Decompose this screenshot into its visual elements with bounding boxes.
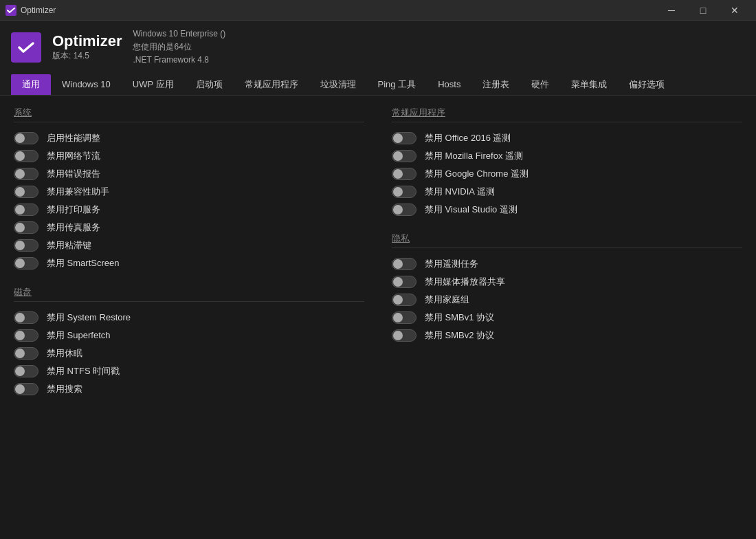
nav-tab-8[interactable]: 注册表 — [471, 74, 520, 95]
toggle-knob-remoting — [393, 259, 403, 269]
toggle-label-chrome: 禁用 Google Chrome 遥测 — [425, 168, 529, 180]
toggle-knob-superfetch — [15, 331, 25, 340]
toggle-row-homegroup: 禁用家庭组 — [392, 291, 742, 309]
toggle-row-hibernate: 禁用休眠 — [14, 344, 364, 362]
toggle-chrome[interactable] — [392, 168, 416, 180]
toggle-label-hibernate: 禁用休眠 — [47, 347, 82, 360]
toggle-ntfs[interactable] — [14, 365, 38, 377]
toggle-row-vs: 禁用 Visual Studio 遥测 — [392, 201, 742, 219]
toggle-label-smbv2: 禁用 SMBv2 协议 — [425, 329, 494, 342]
toggle-row-sticky: 禁用粘滞键 — [14, 236, 364, 254]
toggle-firefox[interactable] — [392, 150, 416, 162]
toggle-smbv1[interactable] — [392, 311, 416, 324]
minimize-button[interactable]: ─ — [656, 0, 687, 21]
nav-tab-1[interactable]: Windows 10 — [51, 74, 122, 95]
toggle-knob-fax — [15, 223, 25, 232]
toggle-superfetch[interactable] — [14, 329, 38, 342]
toggle-knob-smbv1 — [393, 313, 403, 322]
toggle-knob-office — [393, 133, 403, 143]
header: Optimizer 版本: 14.5 Windows 10 Enterprise… — [0, 21, 756, 96]
toggle-smartscreen[interactable] — [14, 257, 38, 270]
nav-tab-10[interactable]: 菜单集成 — [560, 74, 618, 95]
nav-tabs: 通用Windows 10UWP 应用启动项常规应用程序垃圾清理Ping 工具Ho… — [11, 74, 745, 95]
toggle-compat[interactable] — [14, 186, 38, 198]
nav-tab-5[interactable]: 垃圾清理 — [309, 74, 367, 95]
toggle-knob-err — [15, 169, 25, 179]
sys-info-line3: .NET Framework 4.8 — [133, 54, 225, 67]
toggle-row-firefox: 禁用 Mozilla Firefox 遥测 — [392, 147, 742, 165]
toggle-row-fax: 禁用传真服务 — [14, 219, 364, 236]
nav-tab-3[interactable]: 启动项 — [185, 74, 234, 95]
close-button[interactable]: ✕ — [719, 0, 751, 21]
toggle-knob-print — [15, 205, 25, 214]
toggle-net[interactable] — [14, 150, 38, 162]
nav-tab-7[interactable]: Hosts — [427, 74, 471, 95]
toggle-smbv2[interactable] — [392, 329, 416, 342]
toggle-knob-perf — [15, 133, 25, 143]
toggle-label-compat: 禁用兼容性助手 — [47, 186, 109, 198]
nav-tab-2[interactable]: UWP 应用 — [122, 74, 185, 95]
toggle-knob-smbv2 — [393, 331, 403, 340]
nav-tab-6[interactable]: Ping 工具 — [367, 74, 427, 95]
toggle-knob-chrome — [393, 169, 403, 179]
toggle-knob-hibernate — [15, 349, 25, 358]
toggle-label-homegroup: 禁用家庭组 — [425, 294, 469, 306]
toggle-label-office: 禁用 Office 2016 遥测 — [425, 132, 511, 144]
toggle-err[interactable] — [14, 168, 38, 180]
toggle-label-err: 禁用错误报告 — [47, 168, 100, 180]
toggle-knob-sticky — [15, 241, 25, 250]
toggle-row-smbv2: 禁用 SMBv2 协议 — [392, 327, 742, 344]
toggle-label-search: 禁用搜索 — [47, 383, 82, 395]
nav-tab-4[interactable]: 常规应用程序 — [234, 74, 309, 95]
toggle-knob-media — [393, 277, 403, 287]
nav-tab-11[interactable]: 偏好选项 — [618, 74, 676, 95]
title-bar-text: Optimizer — [21, 6, 56, 15]
toggle-knob-sysrestore — [15, 313, 25, 322]
app-info: Windows 10 Enterprise () 您使用的是64位 .NET F… — [133, 28, 225, 67]
toggle-knob-nvidia — [393, 187, 403, 197]
toggle-row-search: 禁用搜索 — [14, 380, 364, 398]
toggle-row-ntfs: 禁用 NTFS 时间戳 — [14, 362, 364, 380]
toggle-label-net: 禁用网络节流 — [47, 150, 100, 162]
toggle-media[interactable] — [392, 276, 416, 288]
toggle-label-nvidia: 禁用 NVIDIA 遥测 — [425, 186, 495, 198]
toggle-label-firefox: 禁用 Mozilla Firefox 遥测 — [425, 150, 523, 162]
toggle-sysrestore[interactable] — [14, 311, 38, 324]
toggle-knob-net — [15, 151, 25, 161]
toggle-label-media: 禁用媒体播放器共享 — [425, 276, 505, 288]
maximize-button[interactable]: □ — [687, 0, 719, 21]
sys-info-line1: Windows 10 Enterprise () — [133, 28, 225, 41]
toggle-label-smbv1: 禁用 SMBv1 协议 — [425, 311, 494, 324]
toggle-row-net: 禁用网络节流 — [14, 147, 364, 165]
toggle-sticky[interactable] — [14, 239, 38, 252]
main-content: 系统 启用性能调整禁用网络节流禁用错误报告禁用兼容性助手禁用打印服务禁用传真服务… — [0, 96, 756, 539]
toggle-remoting[interactable] — [392, 258, 416, 270]
toggle-homegroup[interactable] — [392, 294, 416, 306]
toggle-office[interactable] — [392, 132, 416, 144]
toggle-row-compat: 禁用兼容性助手 — [14, 183, 364, 201]
toggle-label-remoting: 禁用遥测任务 — [425, 258, 478, 270]
toggle-knob-firefox — [393, 151, 403, 161]
toggle-knob-homegroup — [393, 295, 403, 305]
app-name: Optimizer — [52, 32, 122, 50]
toggle-nvidia[interactable] — [392, 186, 416, 198]
nav-tab-9[interactable]: 硬件 — [520, 74, 560, 95]
toggle-search[interactable] — [14, 383, 38, 395]
title-bar-controls: ─ □ ✕ — [656, 0, 751, 21]
toggle-row-chrome: 禁用 Google Chrome 遥测 — [392, 165, 742, 183]
section-system-label: 系统 — [14, 107, 364, 122]
toggle-row-smartscreen: 禁用 SmartScreen — [14, 254, 364, 272]
nav-tab-0[interactable]: 通用 — [11, 74, 51, 95]
toggle-label-fax: 禁用传真服务 — [47, 221, 100, 234]
toggle-knob-ntfs — [15, 366, 25, 376]
toggle-label-ntfs: 禁用 NTFS 时间戳 — [47, 365, 120, 377]
toggle-label-perf: 启用性能调整 — [47, 132, 100, 144]
toggle-print[interactable] — [14, 204, 38, 216]
toggle-hibernate[interactable] — [14, 347, 38, 360]
toggle-perf[interactable] — [14, 132, 38, 144]
toggle-row-superfetch: 禁用 Superfetch — [14, 327, 364, 344]
app-icon — [5, 5, 16, 16]
toggle-label-vs: 禁用 Visual Studio 遥测 — [425, 204, 518, 216]
toggle-fax[interactable] — [14, 221, 38, 234]
toggle-vs[interactable] — [392, 204, 416, 216]
